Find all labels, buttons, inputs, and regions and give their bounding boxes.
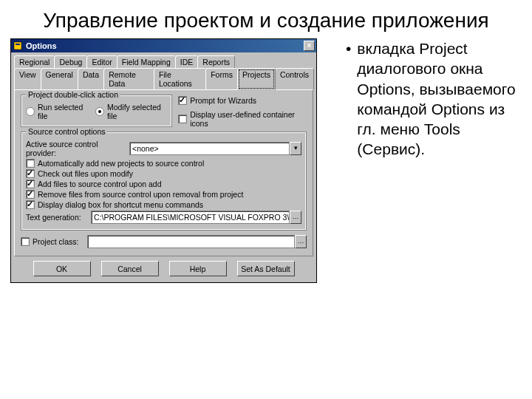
- options-dialog: Options × Regional Debug Editor Field Ma…: [10, 38, 317, 283]
- window-title: Options: [26, 41, 304, 50]
- group-source-control-title: Source control options: [26, 127, 107, 136]
- project-class-browse-button[interactable]: …: [295, 235, 307, 248]
- tab-controls[interactable]: Controls: [275, 68, 314, 89]
- check-display-dialog-label: Display dialog box for shortcut menu com…: [38, 200, 203, 209]
- provider-combo[interactable]: <none> ▾: [129, 142, 301, 155]
- check-display-icons-label: Display user-defined container icons: [190, 110, 307, 128]
- tab-strip: Regional Debug Editor Field Mapping IDE …: [11, 52, 316, 89]
- check-display-dialog[interactable]: [26, 200, 35, 209]
- check-add-files[interactable]: [26, 180, 35, 188]
- window-icon: [13, 41, 23, 51]
- check-remove-files-label: Remove files from source control upon re…: [38, 190, 243, 199]
- check-checkout[interactable]: [26, 169, 35, 178]
- group-source-control: Source control options Active source con…: [21, 132, 307, 231]
- check-prompt-wizards-label: Prompt for Wizards: [190, 96, 256, 105]
- provider-value: <none>: [129, 142, 290, 155]
- tab-ide[interactable]: IDE: [175, 55, 199, 68]
- tab-reports[interactable]: Reports: [197, 55, 235, 68]
- tab-forms[interactable]: Forms: [205, 68, 238, 89]
- tab-view[interactable]: View: [14, 68, 41, 89]
- textgen-browse-button[interactable]: …: [290, 211, 301, 224]
- tab-field-mapping[interactable]: Field Mapping: [117, 55, 176, 68]
- tab-general[interactable]: General: [41, 68, 78, 89]
- tab-projects[interactable]: Projects: [237, 68, 276, 90]
- slide-bullet: • вкладка Project диалогового окна Optio…: [328, 38, 522, 283]
- tab-debug[interactable]: Debug: [54, 55, 87, 68]
- check-add-files-label: Add files to source control upon add: [38, 180, 162, 188]
- group-doubleclick-title: Project double-click action: [26, 90, 120, 99]
- textgen-label: Text generation:: [26, 213, 91, 222]
- radio-run-label: Run selected file: [38, 103, 90, 120]
- group-doubleclick: Project double-click action Run selected…: [21, 95, 172, 127]
- project-class-field[interactable]: [87, 235, 295, 248]
- close-icon[interactable]: ×: [304, 41, 315, 51]
- button-bar: OK Cancel Help Set As Default: [11, 256, 316, 282]
- check-checkout-label: Check out files upon modify: [38, 169, 133, 178]
- check-remove-files[interactable]: [26, 190, 35, 199]
- check-auto-add-label: Automatically add new projects to source…: [38, 159, 204, 168]
- textgen-field[interactable]: C:\PROGRAM FILES\MICROSOFT VISUAL FOXPRO…: [91, 211, 290, 224]
- radio-modify-label: Modify selected file: [107, 103, 167, 120]
- titlebar: Options ×: [11, 39, 316, 52]
- bullet-text: вкладка Project диалогового окна Options…: [357, 38, 522, 160]
- provider-label: Active source control provider:: [26, 140, 129, 157]
- radio-modify[interactable]: [95, 107, 104, 116]
- check-display-icons[interactable]: [178, 115, 187, 123]
- set-default-button[interactable]: Set As Default: [237, 261, 295, 276]
- tab-panel-projects: Project double-click action Run selected…: [14, 89, 313, 256]
- check-auto-add[interactable]: [26, 159, 35, 168]
- check-project-class[interactable]: [21, 237, 30, 246]
- ok-button[interactable]: OK: [33, 261, 91, 276]
- tab-editor[interactable]: Editor: [86, 55, 117, 68]
- svg-rect-0: [14, 42, 21, 50]
- tab-file-locations[interactable]: File Locations: [154, 68, 206, 89]
- radio-run[interactable]: [26, 107, 35, 116]
- cancel-button[interactable]: Cancel: [101, 261, 159, 276]
- bullet-icon: •: [346, 38, 351, 160]
- project-class-label: Project class:: [33, 237, 87, 246]
- help-button[interactable]: Help: [169, 261, 227, 276]
- check-prompt-wizards[interactable]: [178, 96, 187, 105]
- svg-rect-1: [16, 44, 20, 45]
- chevron-down-icon[interactable]: ▾: [290, 142, 301, 155]
- tab-data[interactable]: Data: [78, 68, 104, 89]
- tab-regional[interactable]: Regional: [14, 55, 55, 68]
- tab-remote-data[interactable]: Remote Data: [103, 68, 154, 89]
- slide-title: Управление проектом и создание приложени…: [0, 9, 532, 33]
